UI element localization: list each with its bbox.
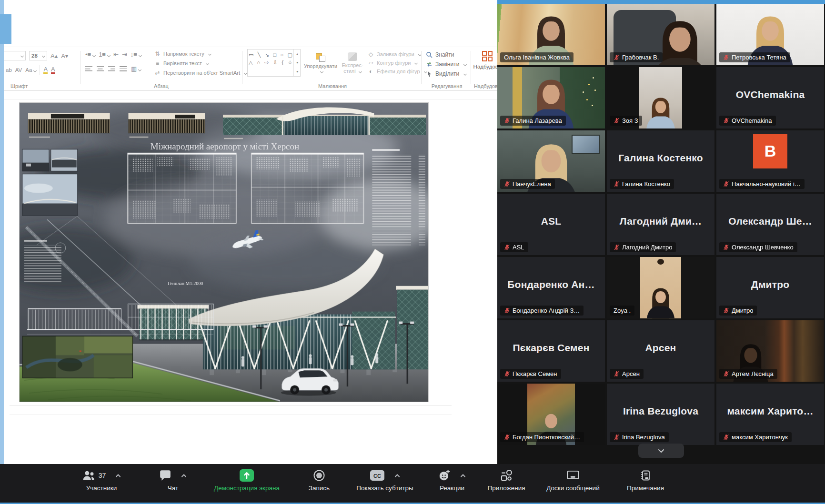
participant-tile[interactable]: Irina Bezuglova Irina Bezuglova bbox=[607, 384, 714, 445]
share-screen-icon bbox=[239, 469, 254, 482]
chevron-down-icon bbox=[20, 54, 24, 57]
participant-tile[interactable]: Петровська Тетяна bbox=[716, 4, 824, 65]
participant-tile[interactable]: Зоя З bbox=[607, 67, 714, 128]
participant-tile[interactable]: ASL ASL bbox=[497, 194, 605, 255]
addins-label: Надбудови bbox=[473, 64, 497, 69]
chevron-up-icon[interactable] bbox=[181, 474, 187, 477]
strikethrough-button[interactable]: ab bbox=[6, 67, 12, 73]
participant-name-label: Олександр Шевченко bbox=[719, 242, 797, 252]
change-case-button[interactable]: Aa bbox=[25, 67, 36, 73]
participant-tile[interactable]: максим Харито… максим Харитончук bbox=[716, 384, 824, 445]
grow-font-button[interactable]: A▴ bbox=[50, 52, 58, 59]
apps-button[interactable]: Приложения bbox=[468, 468, 544, 492]
shapes-gallery-scrollbar[interactable]: ▴▾▾ bbox=[293, 49, 300, 76]
chevron-down-icon bbox=[359, 69, 362, 73]
arrange-button[interactable]: Упорядкувати bbox=[303, 49, 338, 77]
columns-button[interactable]: ▥ bbox=[131, 65, 141, 72]
bullets-button[interactable]: •≡ bbox=[85, 51, 95, 58]
textbox-shape-icon: ▭ bbox=[249, 51, 253, 59]
participant-tile[interactable]: Галина Лазарева bbox=[497, 67, 605, 128]
align-text-label: Вирівняти текст bbox=[163, 60, 202, 66]
quick-styles-button[interactable]: Експрес-стилі bbox=[340, 49, 365, 77]
shrink-font-button[interactable]: A▾ bbox=[61, 52, 68, 59]
participant-tile[interactable]: OVChemakina OVChemakina bbox=[716, 67, 824, 128]
shape-outline-button[interactable]: ▱Контур фігури bbox=[367, 59, 422, 67]
participant-tile[interactable]: ПанчукЕлена bbox=[497, 130, 605, 192]
captions-button[interactable]: CC Показать субтитры bbox=[347, 468, 423, 492]
shape-outline-icon: ▱ bbox=[367, 59, 374, 66]
chat-button[interactable]: Чат bbox=[135, 468, 211, 492]
brace-shape-icon: { bbox=[282, 59, 283, 66]
font-name-select[interactable] bbox=[4, 51, 26, 60]
participant-tile[interactable]: Zoya . bbox=[607, 257, 714, 318]
increase-indent-button[interactable]: ⇥ bbox=[122, 51, 127, 58]
participant-name-label: Zoya . bbox=[610, 306, 634, 316]
highlight-color-button[interactable]: A bbox=[43, 67, 48, 74]
participants-button[interactable]: 37 Участники bbox=[63, 468, 140, 492]
participant-tile[interactable]: Дмитро Дмитро bbox=[716, 257, 824, 318]
participant-tile[interactable]: Ольга Іванівна Жовква bbox=[497, 4, 605, 65]
genplan-label: Генплан М1:2000 bbox=[168, 281, 203, 286]
notes-button[interactable]: Примечания bbox=[607, 468, 684, 492]
whiteboards-label: Доски сообщений bbox=[535, 484, 611, 492]
muted-mic-icon bbox=[723, 54, 729, 60]
font-color-button[interactable]: A bbox=[51, 67, 55, 74]
muted-mic-icon bbox=[504, 371, 510, 377]
align-left-button[interactable] bbox=[85, 66, 92, 71]
record-button[interactable]: Запись bbox=[281, 468, 357, 492]
participant-tile[interactable]: Олександр Ше… Олександр Шевченко bbox=[716, 194, 824, 255]
share-screen-button[interactable]: Демонстрация экрана bbox=[209, 468, 285, 492]
font-size-select[interactable]: 28 bbox=[29, 51, 47, 60]
muted-mic-icon bbox=[723, 118, 729, 124]
participant-name-label: Пєкарєв Семен bbox=[500, 369, 561, 379]
portrait-video-column bbox=[640, 257, 681, 318]
character-spacing-button[interactable]: AV bbox=[15, 67, 22, 73]
addins-button[interactable]: Надбудови bbox=[473, 51, 497, 69]
line-spacing-button[interactable]: ↕≡ bbox=[131, 51, 141, 58]
participant-tile[interactable]: В Навчально-науковий і… bbox=[716, 130, 824, 192]
participant-tile[interactable]: Галина Костенко Галина Костенко bbox=[607, 130, 714, 192]
participant-tile[interactable]: Лагодний Дми… Лагодний Дмитро bbox=[607, 194, 714, 255]
more-participants-button[interactable] bbox=[638, 444, 684, 458]
find-button[interactable]: Знайти bbox=[426, 50, 466, 59]
chevron-up-icon[interactable] bbox=[394, 474, 400, 477]
text-direction-label: Напрямок тексту bbox=[163, 51, 204, 57]
chevron-up-icon[interactable] bbox=[115, 474, 121, 477]
numbering-button[interactable]: 1≡ bbox=[99, 51, 110, 58]
muted-mic-icon bbox=[504, 118, 510, 124]
participant-tile[interactable]: Грабовчак В. bbox=[607, 4, 714, 65]
justify-button[interactable] bbox=[120, 66, 127, 71]
participant-tile[interactable]: Пєкарєв Семен Пєкарєв Семен bbox=[497, 320, 605, 382]
participant-name-label: Бондаренко Андрій З… bbox=[500, 306, 584, 316]
captions-label: Показать субтитры bbox=[347, 484, 423, 492]
arrow-shape-icon: ↘ bbox=[265, 51, 269, 59]
shape-fill-button[interactable]: ◇Заливка фігури bbox=[367, 50, 422, 59]
smartart-icon: ⇄ bbox=[154, 69, 161, 76]
participant-name-label: Лагодний Дмитро bbox=[610, 242, 676, 252]
convert-to-smartart-button[interactable]: ⇄ Перетворити на об'єкт SmartArt bbox=[154, 68, 241, 78]
participant-tile[interactable]: Бондаренко Ан… Бондаренко Андрій З… bbox=[497, 257, 605, 318]
participant-tile[interactable]: Арсен Арсен bbox=[607, 320, 714, 382]
reactions-icon bbox=[438, 469, 451, 482]
divider bbox=[4, 99, 497, 99]
decrease-indent-button[interactable]: ⇤ bbox=[113, 51, 119, 58]
select-button[interactable]: Виділити bbox=[426, 69, 466, 79]
align-text-button[interactable]: ≡ Вирівняти текст bbox=[154, 59, 241, 68]
chevron-up-icon[interactable] bbox=[460, 474, 466, 477]
whiteboards-button[interactable]: Доски сообщений bbox=[535, 468, 611, 492]
addins-grid-icon bbox=[482, 51, 493, 61]
align-center-button[interactable] bbox=[97, 66, 104, 71]
text-direction-button[interactable]: ⇅ Напрямок тексту bbox=[154, 49, 241, 59]
replace-button[interactable]: Замінити bbox=[426, 59, 466, 69]
muted-mic-icon bbox=[723, 181, 729, 187]
align-right-button[interactable] bbox=[108, 66, 115, 71]
participant-tile[interactable]: Артем Лєсніца bbox=[716, 320, 824, 382]
participant-display-name: Irina Bezuglova bbox=[611, 405, 711, 417]
participant-display-name: Лагодний Дми… bbox=[611, 216, 711, 227]
chevron-down-icon bbox=[33, 69, 37, 72]
shapes-gallery[interactable]: ▭╲↘□○▢ △⌂⇨⇩{☆ ▴▾▾ bbox=[247, 49, 301, 77]
participant-tile[interactable]: Богдан Пионтковский… bbox=[497, 384, 605, 445]
participant-name-label: Irina Bezuglova bbox=[610, 432, 669, 442]
shape-effects-button[interactable]: ◐Ефекти для фігур bbox=[367, 67, 422, 76]
shape-effects-label: Ефекти для фігур bbox=[377, 69, 420, 74]
